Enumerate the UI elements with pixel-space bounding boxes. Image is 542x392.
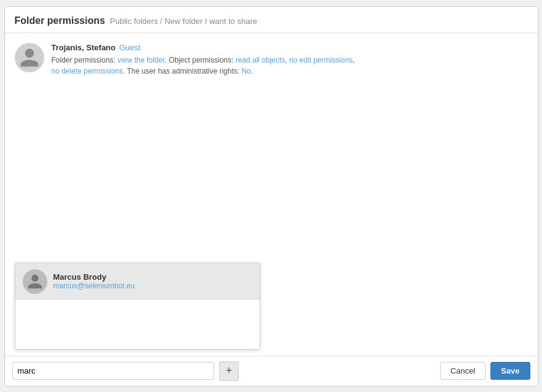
- object-perm-2[interactable]: no edit permissions: [289, 56, 352, 64]
- user-entry: Trojanis, Stefano Guest Folder permissio…: [15, 43, 528, 77]
- user-name: Trojanis, Stefano: [52, 43, 116, 52]
- object-perm-1[interactable]: read all objects: [236, 56, 285, 64]
- dropdown-user-email: marcus@seleniumbot.eu: [53, 282, 135, 290]
- user-role: Guest: [119, 43, 141, 52]
- dialog-breadcrumb: Public folders / New folder I want to sh…: [110, 17, 257, 26]
- folder-permissions-dialog: Folder permissions Public folders / New …: [4, 6, 538, 386]
- dropdown-avatar: [23, 269, 47, 294]
- avatar: [15, 43, 44, 72]
- admin-rights-label: The user has administrative rights:: [127, 67, 239, 75]
- dropdown-user-info: Marcus Brody marcus@seleniumbot.eu: [53, 272, 135, 290]
- object-perm-3[interactable]: no delete permissions: [52, 67, 123, 75]
- user-name-line: Trojanis, Stefano Guest: [52, 43, 528, 52]
- dialog-footer: + Cancel Save: [5, 356, 538, 386]
- folder-perm-value[interactable]: view the folder: [118, 56, 165, 64]
- save-button[interactable]: Save: [490, 362, 530, 380]
- dialog-title: Folder permissions: [15, 15, 106, 26]
- add-button[interactable]: +: [219, 361, 239, 381]
- dropdown-list: Marcus Brody marcus@seleniumbot.eu: [15, 263, 260, 349]
- object-permissions-label: Object permissions:: [169, 56, 233, 64]
- dialog-body: Trojanis, Stefano Guest Folder permissio…: [5, 33, 538, 356]
- dropdown-user-name: Marcus Brody: [53, 272, 135, 282]
- list-item[interactable]: Marcus Brody marcus@seleniumbot.eu: [15, 263, 260, 300]
- user-info: Trojanis, Stefano Guest Folder permissio…: [52, 43, 528, 77]
- search-dropdown: Marcus Brody marcus@seleniumbot.eu: [15, 263, 260, 350]
- admin-rights-value[interactable]: No: [241, 67, 250, 75]
- cancel-button[interactable]: Cancel: [440, 362, 486, 380]
- dropdown-empty-space: [15, 300, 260, 349]
- folder-permissions-label: Folder permissions:: [52, 56, 116, 64]
- permissions-text: Folder permissions: view the folder. Obj…: [52, 55, 528, 77]
- dialog-header: Folder permissions Public folders / New …: [5, 7, 538, 33]
- search-input[interactable]: [12, 362, 215, 380]
